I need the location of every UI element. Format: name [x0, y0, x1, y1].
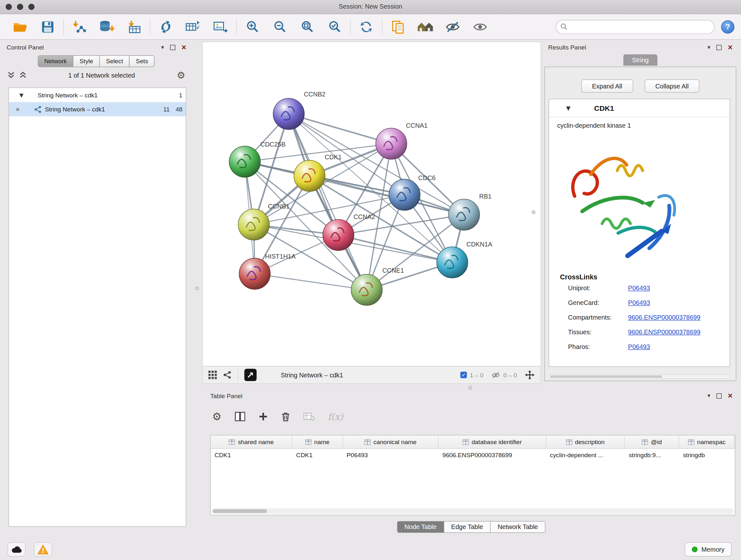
add-column-icon[interactable]: [259, 412, 268, 422]
import-table-from-file-button[interactable]: [121, 16, 148, 38]
tab-style[interactable]: Style: [73, 55, 100, 67]
network-overview-icon[interactable]: [223, 371, 232, 379]
vertical-splitter-handle-right[interactable]: [532, 210, 536, 214]
tab-select[interactable]: Select: [99, 55, 130, 67]
table-cell[interactable]: CDK1: [292, 449, 343, 461]
new-network-from-table-button[interactable]: [180, 16, 207, 38]
table-settings-gear-icon[interactable]: ⚙: [212, 411, 221, 422]
tab-string[interactable]: String: [623, 54, 657, 66]
scrollbar-thumb[interactable]: [212, 509, 267, 513]
panel-maximize-icon[interactable]: [170, 45, 175, 50]
zoom-in-button[interactable]: [239, 16, 266, 38]
tab-network-table[interactable]: Network Table: [490, 521, 546, 533]
collection-disclosure-icon[interactable]: ▼: [19, 92, 23, 98]
gene-card-header[interactable]: ▼ CDK1: [549, 99, 730, 117]
gene-disclosure-icon[interactable]: ▼: [566, 105, 570, 111]
new-network-button[interactable]: [152, 16, 180, 38]
warnings-button[interactable]: [34, 543, 52, 557]
zoom-out-button[interactable]: [266, 16, 293, 38]
column-header-shared-name[interactable]: shared name: [211, 435, 292, 448]
tab-sets[interactable]: Sets: [129, 55, 155, 67]
panel-float-icon[interactable]: ▾: [708, 44, 711, 51]
status-bar: Memory: [0, 540, 741, 560]
gene-description: cyclin-dependent kinase 1: [557, 122, 730, 129]
panel-close-icon[interactable]: ×: [728, 393, 733, 398]
show-all-button[interactable]: [467, 16, 494, 38]
column-header-description[interactable]: description: [546, 435, 625, 448]
snapshot-button[interactable]: [384, 16, 412, 38]
expand-all-icon[interactable]: [19, 71, 26, 79]
home-icon: [417, 20, 434, 33]
panel-float-icon[interactable]: ▾: [708, 392, 711, 399]
table-cell[interactable]: P06493: [343, 449, 439, 461]
network-collection-row[interactable]: ▼ String Network – cdk1 1: [9, 88, 186, 102]
network-canvas[interactable]: CCNB2CCNA1CDC25BCDK1CDC6RB1CCNB1CCNA2CDK…: [203, 42, 542, 367]
memory-label: Memory: [701, 546, 724, 553]
crosslink-compartments-link[interactable]: 9606.ENSP00000378699: [628, 314, 700, 321]
memory-button[interactable]: Memory: [685, 543, 731, 557]
open-session-button[interactable]: [7, 16, 34, 38]
crosslink-row: Pharos: P06493: [549, 339, 730, 354]
panel-maximize-icon[interactable]: [717, 393, 722, 398]
column-header-canonical-name[interactable]: canonical name: [343, 435, 439, 448]
control-panel-title: Control Panel: [7, 44, 44, 51]
column-header-label: canonical name: [374, 438, 416, 445]
results-horizontal-scrollbar[interactable]: [549, 374, 730, 379]
home-button[interactable]: [412, 16, 439, 38]
crosslink-genecard-link[interactable]: P06493: [628, 299, 650, 306]
grid-view-icon[interactable]: [208, 371, 217, 379]
tab-network[interactable]: Network: [38, 55, 73, 67]
control-panel-header: Control Panel ▾ ×: [3, 42, 190, 53]
panel-close-icon[interactable]: ×: [182, 45, 186, 50]
horizontal-splitter-handle[interactable]: [468, 386, 472, 389]
network-edge-HIST1H1A-CCNE1[interactable]: [255, 273, 367, 290]
cloud-status-button[interactable]: [8, 543, 25, 557]
show-columns-icon[interactable]: [235, 412, 246, 422]
expand-all-button[interactable]: Expand All: [581, 79, 633, 92]
column-header-namespac[interactable]: namespac: [679, 435, 735, 448]
network-row-selected[interactable]: String Network – cdk1 11 48: [9, 102, 186, 116]
column-header-label: description: [575, 438, 605, 445]
column-header-database-identifier[interactable]: database identifier: [439, 435, 546, 448]
delete-column-trash-icon[interactable]: [281, 412, 290, 422]
panel-float-icon[interactable]: ▾: [161, 44, 164, 51]
network-from-table-icon: [185, 19, 201, 34]
panel-close-icon[interactable]: ×: [728, 45, 733, 50]
network-edge-CCNB2-CCNE1[interactable]: [289, 114, 367, 290]
network-node-label-CCNA1: CCNA1: [406, 122, 428, 129]
column-header-name[interactable]: name: [292, 435, 343, 448]
table-horizontal-scrollbar[interactable]: [212, 508, 734, 514]
save-session-button[interactable]: [34, 16, 62, 38]
network-node-label-CCNB1: CCNB1: [268, 203, 290, 210]
table-cell[interactable]: stringdb:9...: [625, 449, 679, 461]
column-header--id[interactable]: @id: [625, 435, 679, 448]
table-cell[interactable]: CDK1: [211, 449, 292, 461]
collapse-all-button[interactable]: Collapse All: [644, 79, 699, 92]
import-network-from-database-button[interactable]: [93, 16, 121, 38]
crosslink-uniprot-link[interactable]: P06493: [628, 285, 650, 292]
table-cell[interactable]: 9606.ENSP00000378699: [439, 449, 546, 461]
export-image-button[interactable]: [207, 16, 234, 38]
vertical-splitter-handle-left[interactable]: [195, 287, 199, 290]
tab-edge-table[interactable]: Edge Table: [444, 521, 490, 533]
table-cell[interactable]: cyclin-dependent ...: [546, 449, 625, 461]
pan-tool-icon[interactable]: [525, 370, 535, 380]
table-row[interactable]: CDK1CDK1P064939606.ENSP00000378699cyclin…: [211, 449, 735, 461]
network-edge-CCNB2-CCNA1[interactable]: [289, 114, 391, 144]
crosslink-tissues-link[interactable]: 9606.ENSP00000378699: [628, 328, 700, 335]
search-input[interactable]: [570, 23, 710, 30]
table-cell[interactable]: stringdb: [679, 449, 735, 461]
hide-selected-button[interactable]: [439, 16, 467, 38]
refresh-view-button[interactable]: [353, 16, 380, 38]
collapse-all-icon[interactable]: [8, 71, 15, 79]
export-image-icon: [213, 20, 228, 33]
network-options-gear-icon[interactable]: ⚙: [177, 70, 185, 81]
birdseye-toggle-button[interactable]: [245, 369, 257, 381]
zoom-selected-button[interactable]: [321, 16, 348, 38]
import-network-from-file-button[interactable]: [66, 16, 93, 38]
crosslink-pharos-link[interactable]: P06493: [628, 343, 650, 350]
tab-node-table[interactable]: Node Table: [397, 521, 444, 533]
help-button[interactable]: ?: [721, 20, 734, 33]
zoom-fit-button[interactable]: [293, 16, 321, 38]
panel-maximize-icon[interactable]: [717, 45, 722, 50]
